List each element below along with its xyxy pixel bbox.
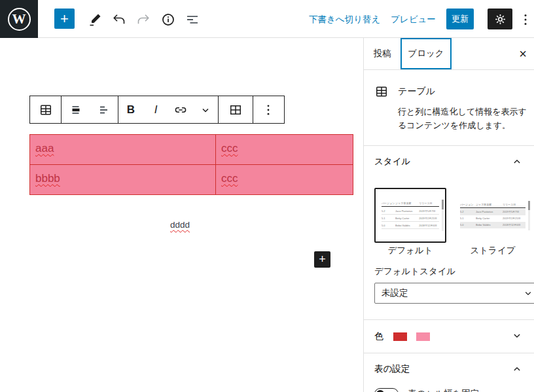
select-value: 未設定 bbox=[382, 287, 408, 299]
table-settings-toggle[interactable]: 表の設定 bbox=[364, 353, 534, 384]
close-icon: × bbox=[519, 46, 527, 61]
text-align-button[interactable] bbox=[90, 96, 118, 123]
toolbar-group-options bbox=[253, 96, 283, 123]
link-button[interactable] bbox=[168, 96, 193, 123]
table-block[interactable]: aaa ccc bbbb ccc bbox=[29, 134, 353, 195]
editor-top-bar: W + 下書きへ切り替え プレビュー 更新 bbox=[0, 0, 534, 38]
table-grid-icon bbox=[228, 102, 243, 118]
color-panel-toggle[interactable]: 色 bbox=[364, 320, 534, 353]
settings-sidebar: 投稿 ブロック × テーブル 行と列に構造化して情報を表示するコンテンツを作成し… bbox=[363, 38, 534, 392]
styles-panel: スタイル バージョンジャズ音楽家リリース日5.2Jaco Pastorius20… bbox=[364, 145, 534, 319]
table-cell[interactable]: bbbb bbox=[30, 165, 216, 195]
toolbar-group-alignment bbox=[62, 96, 118, 123]
more-formats-button[interactable] bbox=[193, 96, 218, 123]
wordpress-logo-icon: W bbox=[8, 8, 31, 31]
plus-icon: + bbox=[60, 10, 69, 27]
update-button[interactable]: 更新 bbox=[446, 9, 474, 29]
block-card-title: テーブル bbox=[398, 86, 527, 98]
table-cell[interactable]: aaa bbox=[30, 135, 216, 165]
redo-button[interactable] bbox=[135, 11, 152, 28]
styles-panel-toggle[interactable]: スタイル bbox=[364, 146, 534, 177]
style-option-label: ストライプ bbox=[457, 245, 529, 257]
add-block-button[interactable]: + bbox=[54, 9, 75, 29]
color-panel: 色 bbox=[364, 319, 534, 353]
sidebar-tabs: 投稿 ブロック × bbox=[364, 38, 534, 70]
cell-text: bbbb bbox=[35, 172, 60, 185]
italic-icon: I bbox=[154, 103, 158, 116]
block-appender-button[interactable]: + bbox=[314, 251, 330, 268]
undo-icon bbox=[111, 12, 127, 27]
chevron-up-icon bbox=[510, 155, 524, 168]
edit-table-button[interactable] bbox=[219, 96, 253, 123]
table-cell[interactable]: ccc bbox=[216, 165, 353, 195]
table-cell[interactable]: ccc bbox=[216, 135, 353, 165]
preview-button[interactable]: プレビュー bbox=[391, 14, 436, 26]
toolbar-group-formatting: B I bbox=[118, 96, 219, 123]
table-block-icon bbox=[38, 102, 54, 118]
block-card-description: 行と列に構造化して情報を表示するコンテンツを作成します。 bbox=[398, 105, 527, 132]
color-swatch-red bbox=[393, 332, 407, 341]
cell-text: aaa bbox=[35, 142, 54, 154]
options-menu-button[interactable] bbox=[517, 11, 534, 28]
chevron-down-icon bbox=[522, 287, 534, 299]
table-settings-title: 表の設定 bbox=[374, 363, 410, 375]
cell-text: ccc bbox=[221, 172, 238, 185]
default-style-select[interactable]: 未設定 bbox=[374, 283, 534, 304]
default-style-block: デフォルトスタイル 未設定 bbox=[364, 257, 534, 319]
bold-icon: B bbox=[127, 103, 135, 116]
block-align-button[interactable] bbox=[62, 96, 90, 123]
align-none-icon bbox=[68, 102, 84, 118]
mini-table-preview: バージョンジャズ音楽家リリース日5.2Jaco Pastorius2019年5月… bbox=[382, 202, 439, 229]
gear-icon bbox=[493, 12, 507, 26]
style-option-default[interactable]: バージョンジャズ音楽家リリース日5.2Jaco Pastorius2019年5月… bbox=[374, 188, 446, 257]
kebab-icon bbox=[518, 12, 533, 27]
italic-button[interactable]: I bbox=[143, 96, 168, 123]
style-options: バージョンジャズ音楽家リリース日5.2Jaco Pastorius2019年5月… bbox=[364, 177, 534, 257]
editor-canvas[interactable]: B I bbox=[0, 38, 363, 392]
style-option-stripes[interactable]: バージョンジャズ音楽家リリース日5.2Jaco Pastorius2019年5月… bbox=[457, 188, 529, 257]
style-option-label: デフォルト bbox=[374, 245, 446, 257]
tab-block[interactable]: ブロック bbox=[400, 38, 452, 69]
logo-letter: W bbox=[12, 11, 26, 27]
block-card: テーブル 行と列に構造化して情報を表示するコンテンツを作成します。 bbox=[364, 70, 534, 132]
table-settings-panel: 表の設定 表のセル幅を固定 bbox=[364, 353, 534, 392]
switch-to-draft-button[interactable]: 下書きへ切り替え bbox=[309, 14, 380, 26]
details-button[interactable] bbox=[160, 11, 177, 28]
tab-post[interactable]: 投稿 bbox=[364, 38, 400, 69]
undo-button[interactable] bbox=[111, 11, 128, 28]
list-view-icon bbox=[185, 12, 200, 27]
default-style-label: デフォルトスタイル bbox=[374, 266, 534, 277]
link-icon bbox=[173, 102, 188, 118]
fixed-width-toggle-row: 表のセル幅を固定 bbox=[364, 384, 534, 392]
info-icon bbox=[160, 11, 177, 28]
style-preview-default: バージョンジャズ音楽家リリース日5.2Jaco Pastorius2019年5月… bbox=[374, 188, 446, 243]
color-panel-title: 色 bbox=[374, 330, 383, 342]
wordpress-logo[interactable]: W bbox=[0, 0, 38, 38]
align-left-icon bbox=[96, 102, 112, 118]
chevron-down-icon bbox=[198, 102, 213, 118]
chevron-up-icon bbox=[510, 363, 524, 376]
block-toolbar: B I bbox=[29, 96, 285, 124]
styles-panel-title: スタイル bbox=[374, 156, 410, 168]
settings-toggle-button[interactable] bbox=[488, 9, 512, 29]
table-caption[interactable]: dddd bbox=[29, 220, 330, 230]
plus-icon: + bbox=[319, 253, 326, 266]
toggle-knob bbox=[376, 390, 384, 392]
close-sidebar-button[interactable]: × bbox=[514, 45, 531, 62]
table-block-icon bbox=[374, 84, 389, 99]
caption-text: dddd bbox=[170, 220, 190, 230]
kebab-icon bbox=[260, 102, 276, 118]
bold-button[interactable]: B bbox=[118, 96, 143, 123]
style-preview-stripes: バージョンジャズ音楽家リリース日5.2Jaco Pastorius2019年5月… bbox=[457, 188, 529, 243]
fixed-width-toggle[interactable] bbox=[374, 388, 399, 392]
pencil-icon bbox=[87, 12, 103, 27]
tools-button[interactable] bbox=[86, 11, 103, 28]
redo-icon bbox=[135, 12, 151, 27]
toolbar-group-block-type bbox=[30, 96, 62, 123]
mini-table-preview: バージョンジャズ音楽家リリース日5.2Jaco Pastorius2019年5月… bbox=[460, 203, 525, 228]
list-view-button[interactable] bbox=[184, 11, 201, 28]
block-options-button[interactable] bbox=[253, 96, 283, 123]
table-row: aaa ccc bbox=[30, 135, 353, 165]
table-block-type-button[interactable] bbox=[30, 96, 61, 123]
chevron-down-icon bbox=[510, 329, 524, 344]
